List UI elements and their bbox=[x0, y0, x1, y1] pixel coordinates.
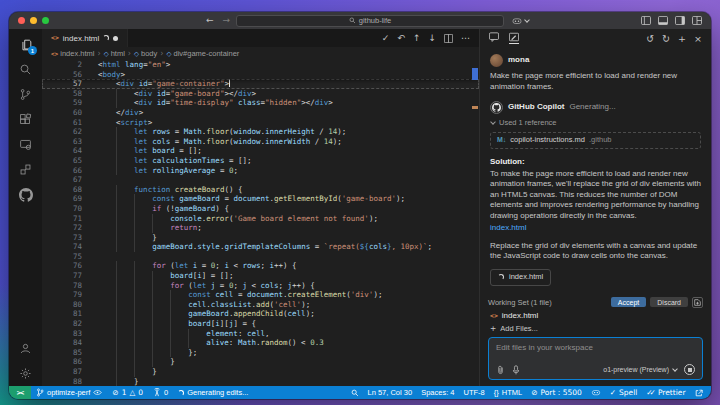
command-center-search[interactable]: github-life bbox=[236, 15, 504, 27]
code-line[interactable]: 88} bbox=[42, 377, 479, 386]
reference-chip[interactable]: M↓ copilot-instructions.md .github bbox=[490, 132, 701, 150]
stop-generating-button[interactable] bbox=[684, 364, 695, 375]
code-editor[interactable]: 2<html lang="en">56<body> 57<div id="gam… bbox=[42, 60, 479, 386]
code-line[interactable]: 69const gameBoard = document.getElementB… bbox=[42, 194, 479, 204]
ports-status[interactable]: 0 bbox=[148, 388, 173, 397]
code-line[interactable]: 82board[i][j] = { bbox=[42, 319, 479, 329]
live-server-status[interactable]: ⊘ Port : 5500 bbox=[527, 388, 587, 397]
line-number[interactable]: 84 bbox=[42, 338, 82, 348]
line-number[interactable]: 72 bbox=[42, 223, 82, 233]
screencast-search-status[interactable] bbox=[346, 389, 363, 397]
code-line[interactable]: 67 bbox=[42, 175, 479, 185]
line-number[interactable]: 75 bbox=[42, 252, 82, 262]
code-line[interactable]: 64let board = []; bbox=[42, 146, 479, 156]
code-line[interactable]: 72return; bbox=[42, 223, 479, 233]
copilot-menu[interactable] bbox=[512, 16, 529, 26]
working-set-file[interactable]: <> index.html bbox=[488, 311, 703, 320]
problems-status[interactable]: ⊘ 1 △ 0 bbox=[107, 388, 148, 397]
code-line[interactable]: 84alive: Math.random() < 0.3 bbox=[42, 338, 479, 348]
chat-input[interactable]: Edit files in your workspace o1-preview … bbox=[488, 337, 703, 380]
line-number[interactable]: 85 bbox=[42, 348, 82, 358]
line-number[interactable]: 66 bbox=[42, 166, 82, 176]
more-actions-icon[interactable]: ⋯ bbox=[461, 33, 470, 43]
feedback-status[interactable] bbox=[690, 389, 707, 397]
prettier-status[interactable]: ✓✓ Prettier bbox=[642, 388, 690, 397]
toggle-sidebar-right-icon[interactable] bbox=[675, 16, 685, 25]
line-number[interactable]: 77 bbox=[42, 271, 82, 281]
line-number[interactable]: 56 bbox=[42, 70, 82, 80]
line-number[interactable]: 71 bbox=[42, 214, 82, 224]
line-number[interactable]: 87 bbox=[42, 367, 82, 377]
discard-button[interactable]: Discard bbox=[650, 297, 688, 307]
sidebar-item-source-control[interactable] bbox=[9, 82, 42, 107]
line-number[interactable]: 83 bbox=[42, 329, 82, 339]
line-number[interactable]: 86 bbox=[42, 357, 82, 367]
code-line[interactable]: 58<div id="game-board"></div> bbox=[42, 89, 479, 99]
line-number[interactable]: 79 bbox=[42, 290, 82, 300]
back-arrow-icon[interactable]: ← bbox=[206, 12, 214, 29]
line-number[interactable]: 70 bbox=[42, 204, 82, 214]
line-number[interactable]: 78 bbox=[42, 281, 82, 291]
code-line[interactable]: 80cell.classList.add('cell'); bbox=[42, 300, 479, 310]
line-number[interactable]: 65 bbox=[42, 156, 82, 166]
undo-last-edit-icon[interactable]: ↺ bbox=[646, 33, 654, 44]
line-number[interactable]: 58 bbox=[42, 89, 82, 99]
code-line[interactable]: 60</div> bbox=[42, 108, 479, 118]
code-line[interactable]: 66let rollingAverage = 0; bbox=[42, 166, 479, 176]
breadcrumb-item[interactable]: ◇div#game-container bbox=[166, 49, 239, 58]
code-line[interactable]: 61<script> bbox=[42, 118, 479, 128]
remote-indicator[interactable]: >< bbox=[9, 386, 31, 399]
code-line[interactable]: 78for (let j = 0; j < cols; j++) { bbox=[42, 281, 479, 291]
code-line[interactable]: 79const cell = document.createElement('d… bbox=[42, 290, 479, 300]
code-line[interactable]: 62let rows = Math.floor(window.innerHeig… bbox=[42, 127, 479, 137]
breadcrumb-item[interactable]: ◇html bbox=[104, 49, 125, 58]
code-line[interactable]: 76for (let i = 0; i < rows; i++) { bbox=[42, 261, 479, 271]
chat-view-icon[interactable] bbox=[489, 32, 499, 44]
line-number[interactable]: 76 bbox=[42, 261, 82, 271]
sidebar-item-extensions[interactable] bbox=[9, 107, 42, 132]
line-number[interactable]: 69 bbox=[42, 194, 82, 204]
edits-view-icon[interactable] bbox=[509, 32, 519, 44]
previous-change-icon[interactable]: ↑ bbox=[413, 33, 421, 43]
line-number[interactable]: 74 bbox=[42, 242, 82, 252]
model-picker[interactable]: o1-preview (Preview) bbox=[603, 366, 677, 373]
line-number[interactable]: 57 bbox=[42, 79, 82, 89]
discard-change-icon[interactable]: ↶ bbox=[397, 33, 405, 43]
accept-change-icon[interactable]: ✓ bbox=[382, 33, 390, 43]
line-number[interactable]: 61 bbox=[42, 118, 82, 128]
code-line[interactable]: 87} bbox=[42, 367, 479, 377]
forward-arrow-icon[interactable]: → bbox=[223, 12, 231, 29]
sidebar-item-references[interactable] bbox=[9, 157, 42, 182]
used-references-toggle[interactable]: Used 1 reference bbox=[490, 118, 701, 129]
customize-layout-icon[interactable] bbox=[692, 16, 702, 25]
redo-last-edit-icon[interactable]: ↻ bbox=[662, 33, 670, 44]
settings-menu[interactable] bbox=[9, 361, 42, 386]
code-line[interactable]: 70if (!gameBoard) { bbox=[42, 204, 479, 214]
line-number[interactable]: 68 bbox=[42, 185, 82, 195]
line-number[interactable]: 2 bbox=[42, 60, 82, 70]
code-line[interactable]: 63let cols = Math.floor(window.innerWidt… bbox=[42, 137, 479, 147]
breadcrumb-item[interactable]: ◇body bbox=[134, 49, 157, 58]
split-editor-icon[interactable] bbox=[444, 34, 453, 43]
view-changes-button[interactable] bbox=[692, 297, 703, 308]
line-number[interactable]: 59 bbox=[42, 98, 82, 108]
sidebar-item-github[interactable] bbox=[9, 182, 42, 207]
code-line[interactable]: 65let calculationTimes = []; bbox=[42, 156, 479, 166]
line-number[interactable]: 73 bbox=[42, 233, 82, 243]
line-number[interactable]: 60 bbox=[42, 108, 82, 118]
tab-index-html[interactable]: <> index.html bbox=[42, 29, 128, 47]
attach-context-icon[interactable] bbox=[496, 365, 505, 375]
new-edit-session-icon[interactable]: + bbox=[678, 33, 686, 44]
line-number[interactable]: 63 bbox=[42, 137, 82, 147]
file-link[interactable]: index.html bbox=[490, 223, 526, 234]
toggle-sidebar-left-icon[interactable] bbox=[641, 16, 651, 25]
accept-button[interactable]: Accept bbox=[611, 297, 646, 307]
indentation-status[interactable]: Spaces: 4 bbox=[417, 388, 459, 397]
sidebar-item-search[interactable] bbox=[9, 57, 42, 82]
line-number[interactable]: 81 bbox=[42, 309, 82, 319]
line-number[interactable]: 67 bbox=[42, 175, 82, 185]
code-line[interactable]: 86} bbox=[42, 357, 479, 367]
line-number[interactable]: 82 bbox=[42, 319, 82, 329]
line-number[interactable]: 64 bbox=[42, 146, 82, 156]
next-change-icon[interactable]: ↓ bbox=[428, 33, 436, 43]
